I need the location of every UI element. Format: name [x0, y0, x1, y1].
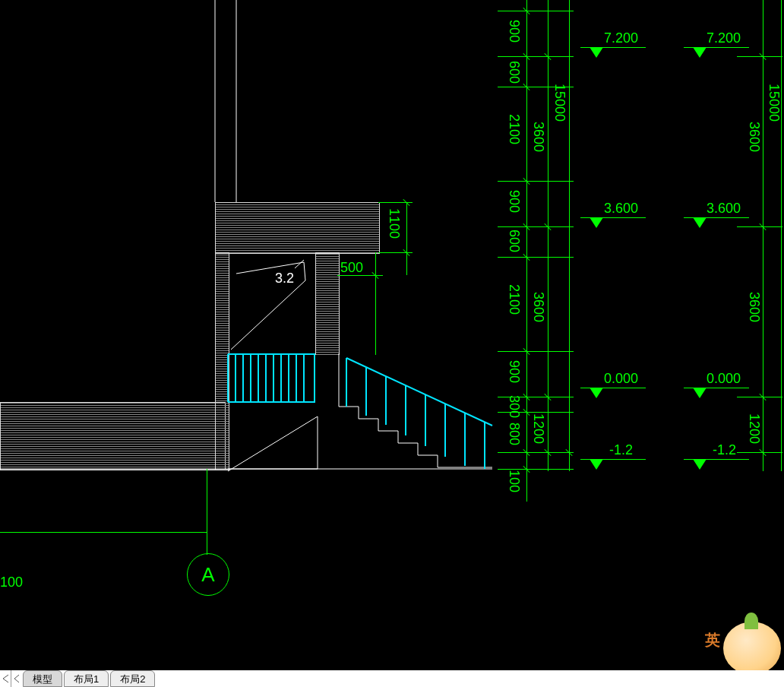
d2-ext-10 [737, 452, 782, 453]
lvl1-3600: 3.600 [604, 201, 638, 217]
dim-left-100: 100 [0, 575, 23, 590]
d1-15000: 15000 [552, 84, 567, 122]
tab-model-label: 模型 [33, 673, 52, 685]
lvl2-7200: 7.200 [707, 30, 741, 46]
d2-1200: 1200 [746, 413, 762, 444]
d2-ext-5 [737, 226, 782, 227]
d1-1200: 1200 [530, 413, 546, 444]
elm2-b [693, 459, 707, 470]
grid-line-A [207, 469, 207, 555]
elm1-t [590, 47, 603, 58]
dimline-2b [763, 0, 763, 471]
lvl2-0000: 0.000 [707, 371, 741, 387]
d1-600b: 600 [506, 230, 522, 252]
elm1-z [590, 388, 603, 398]
elm2-t [693, 47, 707, 58]
d1-ext-1 [498, 11, 574, 11]
grid-bubble-A: A [187, 553, 229, 596]
d1-900c: 900 [506, 360, 522, 383]
dim-left-100-line [0, 532, 207, 533]
d2-3600a: 3600 [746, 122, 762, 152]
d1-ext-7 [498, 351, 574, 352]
grid-bubble-A-label: A [201, 563, 214, 587]
lvl1-7200: 7.200 [604, 30, 638, 46]
d1-ext-2 [498, 56, 574, 57]
dim-1100-line [406, 202, 407, 275]
tab-arrow-prev-icon[interactable] [11, 673, 22, 684]
tab-model[interactable]: 模型 [23, 670, 62, 687]
assistant-mascot[interactable] [723, 622, 781, 675]
d2-3600b: 3600 [746, 292, 762, 322]
d1-100: 100 [506, 470, 522, 492]
tab-bar: 模型 布局1 布局2 [0, 670, 784, 687]
dimline-2c [781, 0, 782, 471]
ime-mode: 英 [705, 630, 720, 651]
tab-arrow-first-icon[interactable] [0, 673, 11, 684]
d1-3600a: 3600 [530, 122, 546, 152]
d1-ext-10 [498, 452, 574, 453]
d1-ext-4 [498, 181, 574, 182]
d1-2100b: 2100 [506, 284, 522, 315]
elm2-z [693, 388, 707, 398]
d1-2100a: 2100 [506, 114, 522, 144]
lvl1-neg: -1.2 [609, 442, 633, 458]
d1-ext-5 [498, 226, 574, 227]
d2-ext-2 [737, 56, 782, 57]
d1-3600b: 3600 [530, 292, 546, 322]
tab-layout2-label: 布局2 [120, 673, 145, 685]
label-3.2: 3.2 [275, 271, 294, 287]
elm1-m [590, 217, 603, 228]
lvl2-neg: -1.2 [713, 442, 736, 458]
dimline-1a [526, 0, 527, 502]
tab-layout1-label: 布局1 [74, 673, 99, 685]
dimline-1c [569, 0, 570, 471]
elm2-m [693, 217, 707, 228]
tab-layout2[interactable]: 布局2 [110, 670, 155, 687]
tab-layout1[interactable]: 布局1 [64, 670, 109, 687]
d1-300: 300 [506, 395, 522, 418]
d1-800: 800 [506, 423, 522, 445]
dim-1100: 1100 [386, 208, 402, 239]
d2-15000: 15000 [766, 84, 782, 122]
d1-900b: 900 [506, 190, 522, 213]
elm1-b [590, 459, 603, 470]
dim-500-line [375, 252, 376, 355]
d1-ext-6 [498, 257, 574, 258]
lvl1-0000: 0.000 [604, 371, 638, 387]
dim-500: 500 [340, 260, 363, 276]
white-outline [0, 0, 784, 687]
svg-line-17 [346, 358, 492, 426]
dimline-1b [548, 0, 548, 471]
d2-ext-8 [737, 397, 782, 397]
d1-900a: 900 [506, 20, 522, 43]
d1-600a: 600 [506, 61, 522, 84]
lvl2-3600: 3.600 [707, 201, 741, 217]
